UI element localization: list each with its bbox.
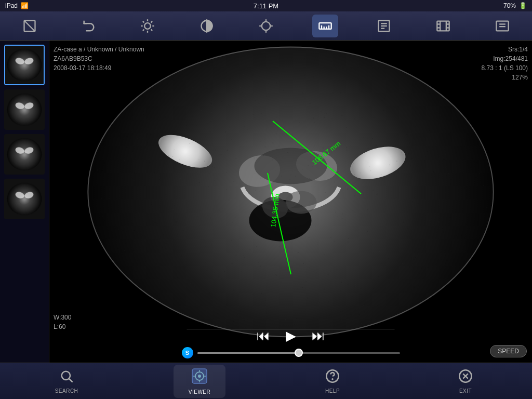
nav-help-label: HELP (325, 388, 340, 394)
svg-rect-18 (319, 23, 331, 29)
thumbnail-4[interactable] (4, 179, 45, 219)
status-bar: iPad 📶 7:11 PM 70% 🔋 (0, 0, 532, 11)
status-right: 70% 🔋 (503, 2, 527, 9)
svg-point-1 (145, 23, 151, 29)
toolbar-film-button[interactable] (430, 15, 456, 37)
scrubber-row: S (182, 347, 400, 358)
bottom-navigation: SEARCH VIEWER HELP (0, 363, 532, 399)
playback-buttons: ⏮ ▶ ⏭ (257, 328, 325, 344)
toolbar-ruler-button[interactable] (312, 15, 338, 37)
battery-label: 70% (503, 2, 516, 9)
slider-s-label: S (182, 347, 193, 358)
svg-line-9 (151, 21, 152, 22)
toolbar-crop-button[interactable] (17, 15, 43, 37)
scrubber-track[interactable] (197, 352, 400, 354)
battery-icon: 🔋 (519, 2, 527, 9)
playback-controls: ⏮ ▶ ⏭ S (182, 328, 400, 358)
nav-search[interactable]: SEARCH (41, 366, 92, 397)
ct-viewer[interactable]: 108.67 mm 104.35 mm ZA-case a / Unknown … (49, 41, 532, 363)
thumbnail-1[interactable] (4, 45, 45, 85)
toolbar-notes-button[interactable] (371, 15, 397, 37)
svg-line-8 (143, 29, 144, 30)
toolbar-contrast-button[interactable] (194, 15, 220, 37)
nav-exit[interactable]: EXIT (440, 366, 491, 397)
toolbar-undo-button[interactable] (76, 15, 102, 37)
toolbar-edit-button[interactable] (489, 15, 515, 37)
skip-back-button[interactable]: ⏮ (257, 328, 270, 344)
main-content: 108.67 mm 104.35 mm ZA-case a / Unknown … (0, 41, 532, 363)
toolbar-brightness-button[interactable] (135, 15, 161, 37)
exit-icon (458, 369, 473, 387)
speed-button[interactable]: SPEED (490, 345, 527, 357)
svg-point-45 (198, 375, 201, 378)
svg-line-5 (151, 29, 152, 30)
device-label: iPad (5, 2, 18, 9)
svg-point-41 (62, 371, 70, 379)
search-icon (59, 369, 74, 387)
play-button[interactable]: ▶ (286, 328, 296, 344)
svg-line-4 (143, 21, 144, 22)
sidebar (0, 41, 49, 363)
skip-forward-button[interactable]: ⏭ (312, 328, 325, 344)
thumbnail-2[interactable] (4, 89, 45, 130)
svg-rect-27 (437, 21, 449, 31)
toolbar-crosshair-button[interactable] (253, 15, 279, 37)
status-time: 7:11 PM (254, 2, 278, 10)
thumbnail-3[interactable] (4, 134, 45, 175)
nav-search-label: SEARCH (55, 388, 78, 394)
status-left: iPad 📶 (5, 2, 29, 9)
nav-viewer-label: VIEWER (189, 389, 210, 395)
nav-help[interactable]: HELP (307, 366, 358, 397)
help-icon (325, 369, 340, 387)
wifi-icon: 📶 (21, 2, 29, 9)
svg-point-13 (262, 21, 270, 30)
toolbar (0, 11, 532, 41)
svg-line-42 (69, 379, 72, 382)
viewer-icon (191, 368, 208, 388)
nav-viewer[interactable]: VIEWER (174, 365, 225, 398)
nav-exit-label: EXIT (459, 388, 472, 394)
ct-image (49, 41, 532, 363)
